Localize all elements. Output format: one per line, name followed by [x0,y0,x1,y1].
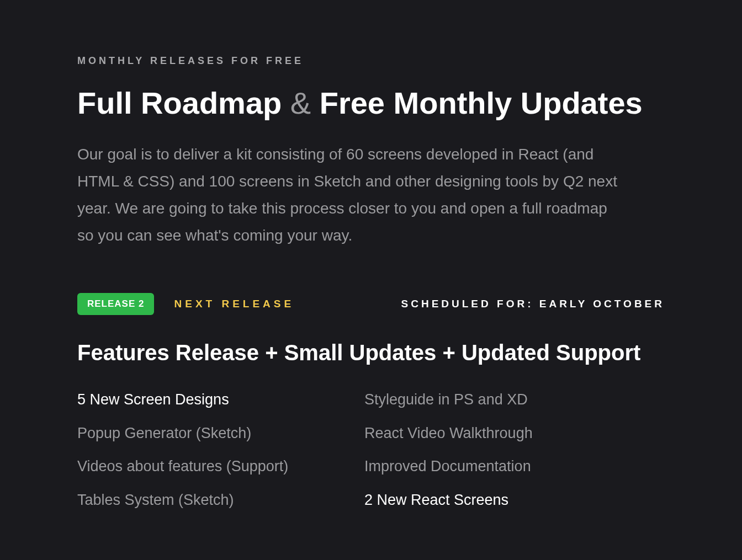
next-release-label: NEXT RELEASE [174,298,294,310]
headline-part2: Free Monthly Updates [311,86,643,120]
headline-part1: Full Roadmap [77,86,290,120]
headline-ampersand: & [290,86,311,120]
release-meta-row: RELEASE 2 NEXT RELEASE SCHEDULED FOR: EA… [77,293,665,315]
features-grid: 5 New Screen DesignsStyleguide in PS and… [77,391,629,509]
release-subheadline: Features Release + Small Updates + Updat… [77,340,665,365]
feature-item: Popup Generator (Sketch) [77,424,342,442]
feature-item: Tables System (Sketch) [77,491,342,509]
eyebrow-label: MONTHLY RELEASES FOR FREE [77,55,665,67]
page-headline: Full Roadmap & Free Monthly Updates [77,86,665,121]
lead-paragraph: Our goal is to deliver a kit consisting … [77,141,618,249]
feature-item: 5 New Screen Designs [77,391,342,408]
feature-item: 2 New React Screens [364,491,629,509]
feature-item: Styleguide in PS and XD [364,391,629,408]
release-badge: RELEASE 2 [77,293,154,315]
scheduled-label: SCHEDULED FOR: EARLY OCTOBER [401,298,665,310]
feature-item: Videos about features (Support) [77,457,342,475]
feature-item: Improved Documentation [364,457,629,475]
feature-item: React Video Walkthrough [364,424,629,442]
